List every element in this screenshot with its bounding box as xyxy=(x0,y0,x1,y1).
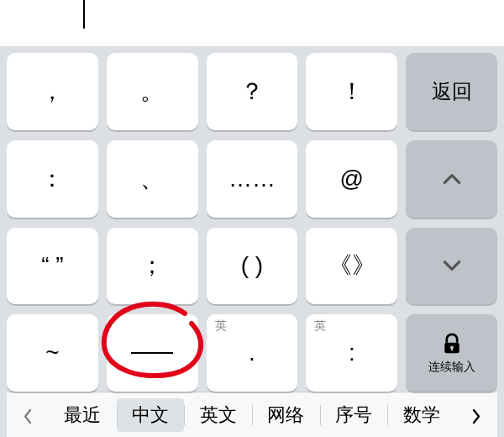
key-colon-cn[interactable]: ： xyxy=(7,140,98,218)
category-tab[interactable]: 英文 xyxy=(184,398,252,432)
key-dun[interactable]: 、 xyxy=(107,140,198,218)
key-label: ； xyxy=(140,250,164,282)
key-dot-en[interactable]: 英 . xyxy=(207,314,298,392)
key-label: 、 xyxy=(140,163,164,195)
key-mini-label: 英 xyxy=(314,319,326,331)
key-label: : xyxy=(349,340,355,366)
lock-icon xyxy=(439,331,465,356)
key-label: ~ xyxy=(45,340,59,366)
key-quotes-cn[interactable]: “ ” xyxy=(7,228,98,305)
key-label: @ xyxy=(340,166,364,192)
symbol-keyboard: ， 。 ？ ！ 返回 ： 、 …… @ “ ” ； ( ) 《》 ~ xyxy=(0,46,504,437)
key-label: ！ xyxy=(340,76,364,108)
key-return[interactable]: 返回 xyxy=(406,53,497,130)
category-tab-label: 英文 xyxy=(200,403,237,428)
key-label: 《》 xyxy=(328,250,375,282)
key-period-cn[interactable]: 。 xyxy=(107,53,198,130)
category-tab-label: 中文 xyxy=(132,403,169,428)
keyboard-row-3: “ ” ； ( ) 《》 xyxy=(7,228,497,305)
key-underline[interactable] xyxy=(107,314,198,392)
keyboard-row-4: ~ 英 . 英 : 连续输入 xyxy=(7,314,497,392)
category-tabs: 最近中文英文网络序号数学 xyxy=(49,392,455,437)
key-label: . xyxy=(249,340,255,366)
key-exclaim[interactable]: ！ xyxy=(306,53,397,130)
key-page-up[interactable] xyxy=(406,140,497,218)
text-input-area[interactable] xyxy=(0,0,504,46)
key-comma[interactable]: ， xyxy=(7,53,98,130)
key-label: 。 xyxy=(140,76,164,108)
category-tab[interactable]: 最近 xyxy=(49,398,117,432)
chevron-right-icon xyxy=(469,403,484,427)
key-mini-label: 英 xyxy=(215,319,227,331)
key-semicolon-cn[interactable]: ； xyxy=(107,228,198,305)
key-question[interactable]: ？ xyxy=(207,53,298,130)
category-tab[interactable]: 序号 xyxy=(320,398,388,432)
key-colon-en[interactable]: 英 : xyxy=(306,314,397,392)
lock-label: 连续输入 xyxy=(428,360,475,375)
key-label: ， xyxy=(40,76,64,108)
text-cursor xyxy=(83,0,85,29)
key-label: ( ) xyxy=(241,252,263,279)
key-ellipsis-cn[interactable]: …… xyxy=(207,140,298,218)
svg-rect-2 xyxy=(451,348,453,351)
category-tab-label: 最近 xyxy=(64,403,101,428)
category-tab-label: 序号 xyxy=(335,403,372,428)
key-label: ？ xyxy=(240,76,264,108)
key-at[interactable]: @ xyxy=(306,140,397,218)
key-label: 返回 xyxy=(432,78,472,105)
key-book-brackets[interactable]: 《》 xyxy=(306,228,397,305)
chevron-left-icon xyxy=(20,403,35,427)
key-tilde[interactable]: ~ xyxy=(7,314,98,392)
chevron-down-icon xyxy=(441,255,463,276)
key-label: “ ” xyxy=(41,252,63,279)
tabs-scroll-right[interactable] xyxy=(455,392,497,437)
tabs-scroll-left[interactable] xyxy=(7,392,49,437)
underline-glyph xyxy=(131,352,173,354)
key-label: ： xyxy=(40,163,64,195)
keyboard-row-2: ： 、 …… @ xyxy=(7,140,497,218)
category-tab-label: 数学 xyxy=(403,403,440,428)
keyboard-rows: ， 。 ？ ！ 返回 ： 、 …… @ “ ” ； ( ) 《》 ~ xyxy=(7,53,497,392)
key-lock-continuous[interactable]: 连续输入 xyxy=(406,314,497,392)
key-page-down[interactable] xyxy=(406,228,497,305)
category-tab[interactable]: 中文 xyxy=(117,398,185,432)
key-parens[interactable]: ( ) xyxy=(207,228,298,305)
key-label: …… xyxy=(228,166,276,192)
keyboard-row-1: ， 。 ？ ！ 返回 xyxy=(7,53,497,130)
chevron-up-icon xyxy=(441,168,463,190)
category-tab-bar: 最近中文英文网络序号数学 xyxy=(7,392,497,437)
category-tab-label: 网络 xyxy=(267,403,304,428)
category-tab[interactable]: 数学 xyxy=(387,398,455,432)
category-tab[interactable]: 网络 xyxy=(252,398,320,432)
